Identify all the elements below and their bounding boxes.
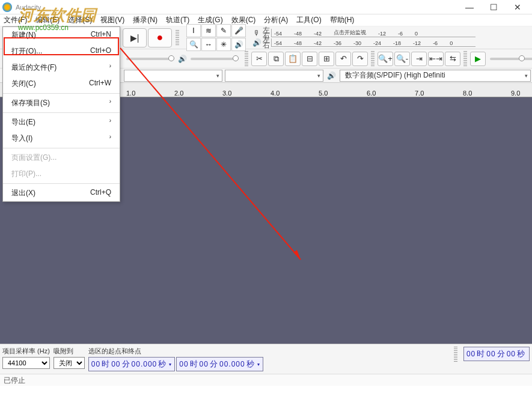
ruler-tick: 7.0 xyxy=(415,90,424,97)
menu-import[interactable]: 导入(I)› xyxy=(3,130,120,147)
app-icon xyxy=(2,2,12,12)
chevron-right-icon: › xyxy=(109,117,111,127)
selection-start-time[interactable]: 00时 00分 00.000秒 ▾ xyxy=(88,357,175,371)
play-at-speed-button[interactable]: ▶ xyxy=(470,52,486,66)
silence-button[interactable]: ⊞ xyxy=(319,52,334,66)
envelope-tool[interactable]: ≋ xyxy=(201,24,216,37)
record-meter[interactable]: -54 -48 -42 点击开始监视 -12 -6 0 xyxy=(271,29,475,37)
ruler-tick: 6.0 xyxy=(367,90,376,97)
chevron-down-icon: ▾ xyxy=(525,73,528,79)
status-text: 已停止 xyxy=(4,376,25,385)
grip-handle[interactable] xyxy=(463,51,467,67)
status-bar: 已停止 xyxy=(0,374,532,386)
menu-page-setup: 页面设置(G)... xyxy=(3,150,120,166)
output-icon: 🔊 xyxy=(327,72,336,80)
play-device-label: 数字音频(S/PDIF) (High Definiti xyxy=(343,70,448,81)
skip-end-icon: ▶| xyxy=(130,33,139,43)
maximize-button[interactable]: ☐ xyxy=(482,0,506,14)
playback-meter[interactable]: -54 -48 -42 -36 -30 -24 -18 -12 -6 0 xyxy=(271,38,475,47)
ruler-tick: 2.0 xyxy=(174,90,183,97)
ruler-tick: 1.0 xyxy=(126,90,135,97)
trim-button[interactable]: ⊟ xyxy=(302,52,317,66)
minimize-button[interactable]: — xyxy=(457,0,482,14)
draw-tool[interactable]: ✎ xyxy=(216,24,231,37)
zoom-tool[interactable]: 🔍 xyxy=(186,38,201,51)
mic-icon[interactable]: 🎤 xyxy=(231,24,246,37)
menu-separator xyxy=(3,148,120,148)
cut-button[interactable]: ✂ xyxy=(251,52,267,66)
menu-open[interactable]: 打开(O)...Ctrl+O xyxy=(3,43,120,59)
titlebar: Audacity — ☐ ✕ xyxy=(0,0,532,14)
tool-grid: I ≋ ✎ 🎤 🔍 ↔ ✳ 🔊 xyxy=(186,24,246,51)
snap-label: 吸附到 xyxy=(54,347,85,356)
rec-volume-slider[interactable] xyxy=(126,58,174,60)
menu-close[interactable]: 关闭(C)Ctrl+W xyxy=(3,76,120,92)
zoom-out-button[interactable]: 🔍- xyxy=(394,52,410,66)
menu-export[interactable]: 导出(E)› xyxy=(3,114,120,130)
play-device-select[interactable]: 数字音频(S/PDIF) (High Definiti ▾ xyxy=(340,70,531,82)
chevron-right-icon: › xyxy=(109,98,111,108)
selection-tool[interactable]: I xyxy=(186,24,201,37)
menu-new[interactable]: 新建(N)Ctrl+N xyxy=(3,27,120,43)
meters: 🎙 左右 -54 -48 -42 点击开始监视 -12 -6 0 🔊 左右 -5… xyxy=(252,28,475,47)
fit-project-button[interactable]: ⇤⇥ xyxy=(428,52,444,66)
grip-handle[interactable] xyxy=(245,51,248,67)
host-select[interactable]: ▾ xyxy=(124,70,222,82)
grip-handle[interactable] xyxy=(176,30,179,46)
sample-rate-select[interactable]: 44100 xyxy=(2,357,50,369)
skip-end-button[interactable]: ▶| xyxy=(123,28,147,47)
menu-separator xyxy=(3,112,120,113)
speaker-small-icon: 🔊 xyxy=(178,55,187,63)
chevron-down-icon[interactable]: ▾ xyxy=(169,362,172,367)
sample-rate-label: 项目采样率 (Hz) xyxy=(2,347,50,356)
menu-print: 打印(P)... xyxy=(3,166,120,182)
ruler-tick: 5.0 xyxy=(319,90,328,97)
grip-handle[interactable] xyxy=(454,347,457,362)
chevron-down-icon[interactable]: ▾ xyxy=(257,362,260,367)
ruler-tick: 8.0 xyxy=(463,90,472,97)
playback-speed-slider[interactable] xyxy=(490,58,532,60)
rec-meter-icon: 🎙 xyxy=(252,29,261,37)
ruler-tick: 3.0 xyxy=(222,90,231,97)
paste-button[interactable]: 📋 xyxy=(285,52,301,66)
menu-exit[interactable]: 退出(X)Ctrl+Q xyxy=(3,185,120,201)
play-meter-icon: 🔊 xyxy=(252,38,261,47)
fit-selection-button[interactable]: ⇥ xyxy=(411,52,427,66)
chevron-down-icon: ▾ xyxy=(216,73,219,79)
menu-separator xyxy=(3,93,120,94)
window-title: Audacity xyxy=(16,4,457,11)
chevron-right-icon: › xyxy=(109,133,111,144)
menu-recent[interactable]: 最近的文件(F)› xyxy=(3,59,120,76)
chevron-down-icon: ▾ xyxy=(317,73,320,79)
meter-hint: 点击开始监视 xyxy=(334,29,366,37)
zoom-in-button[interactable]: 🔍+ xyxy=(378,52,393,66)
file-menu-dropdown: 新建(N)Ctrl+N 打开(O)...Ctrl+O 最近的文件(F)› 关闭(… xyxy=(2,26,120,202)
copy-button[interactable]: ⧉ xyxy=(268,52,284,66)
redo-button[interactable]: ↷ xyxy=(352,52,368,66)
menu-save-project[interactable]: 保存项目(S)› xyxy=(3,95,120,111)
menu-separator xyxy=(3,183,120,184)
selection-toolbar: 项目采样率 (Hz) 44100 吸附到 关闭 选区的起点和终点 00时 00分… xyxy=(0,344,532,374)
ruler-tick: 4.0 xyxy=(271,90,280,97)
selection-label: 选区的起点和终点 xyxy=(88,347,448,356)
multi-tool[interactable]: ✳ xyxy=(216,38,231,51)
zoom-toggle-button[interactable]: ⇆ xyxy=(445,52,460,66)
snap-select[interactable]: 关闭 xyxy=(54,357,85,369)
undo-button[interactable]: ↶ xyxy=(335,52,351,66)
record-icon: ● xyxy=(157,31,164,44)
timeshift-tool[interactable]: ↔ xyxy=(201,38,216,51)
speaker-icon[interactable]: 🔊 xyxy=(231,38,246,51)
record-button[interactable]: ● xyxy=(148,28,172,47)
rec-device-select[interactable]: ▾ xyxy=(225,70,323,82)
chevron-right-icon: › xyxy=(109,62,111,73)
audio-position-time[interactable]: 00时 00分 00秒 xyxy=(463,347,530,361)
grip-handle[interactable] xyxy=(371,51,375,67)
ruler-tick: 9.0 xyxy=(511,90,520,97)
close-button[interactable]: ✕ xyxy=(506,0,530,14)
selection-end-time[interactable]: 00时 00分 00.000秒 ▾ xyxy=(176,357,263,371)
play-volume-slider[interactable] xyxy=(191,58,239,60)
